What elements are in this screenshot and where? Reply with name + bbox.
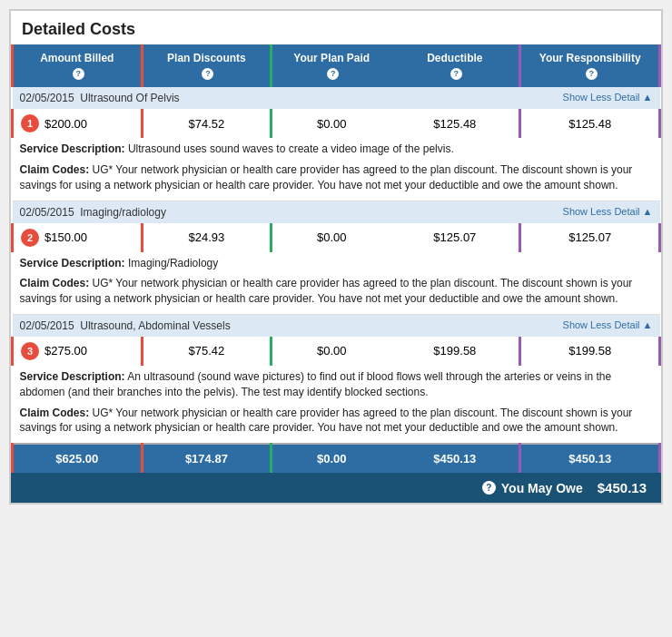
deductible-cell: $125.48 [390, 109, 520, 138]
row-badge: 3 [21, 342, 39, 360]
service-desc-text: Service Description: Imaging/Radiology [13, 252, 660, 275]
your-responsibility-help-icon[interactable]: ? [586, 68, 598, 80]
deductible-cell: $199.58 [390, 337, 520, 366]
total-deductible: $450.13 [390, 444, 520, 473]
row-badge: 1 [21, 114, 39, 132]
plan-discounts-help-icon[interactable]: ? [202, 68, 213, 80]
service-desc-row: Service Description: An ultrasound (soun… [13, 366, 660, 404]
your-plan-paid-cell: $0.00 [272, 337, 391, 366]
header-your-plan-paid: Your Plan Paid ? [272, 44, 391, 87]
plan-discounts-cell: $24.93 [142, 223, 272, 252]
totals-row: $625.00 $174.87 $0.00 $450.13 $450.13 [13, 444, 660, 473]
data-row: 2 $150.00 $24.93 $0.00 $125.07 $125.07 [13, 223, 660, 252]
your-plan-paid-cell: $0.00 [272, 223, 391, 252]
show-detail-link[interactable]: Show Less Detail [563, 92, 653, 103]
data-row: 3 $275.00 $75.42 $0.00 $199.58 $199.58 [13, 337, 660, 366]
amount-billed-help-icon[interactable]: ? [73, 68, 84, 80]
main-container: Detailed Costs Amount Billed ? Plan Disc… [9, 9, 663, 505]
claim-codes-row: Claim Codes: UG* Your network physician … [13, 161, 660, 201]
owe-label: ? You May Owe [482, 481, 583, 495]
date-label: 02/05/2015 Ultrasound Of Pelvis [20, 92, 180, 104]
amount-billed-cell: 3 $275.00 [13, 337, 143, 366]
your-plan-paid-cell: $0.00 [272, 109, 391, 138]
row-badge: 2 [21, 229, 39, 247]
claim-codes-text: Claim Codes: UG* Your network physician … [13, 161, 660, 201]
header-plan-discounts: Plan Discounts ? [142, 44, 272, 87]
deductible-help-icon[interactable]: ? [450, 68, 462, 80]
data-row: 1 $200.00 $74.52 $0.00 $125.48 $125.48 [13, 109, 660, 138]
you-may-owe-bar: ? You May Owe $450.13 [11, 473, 661, 503]
total-your-plan-paid: $0.00 [272, 444, 391, 473]
show-detail-link[interactable]: Show Less Detail [563, 206, 653, 217]
amount-billed-value: $150.00 [44, 230, 87, 244]
total-amount-billed: $625.00 [13, 444, 143, 473]
date-row: 02/05/2015 Imaging/radiology Show Less D… [13, 201, 660, 223]
date-label: 02/05/2015 Ultrasound, Abdominal Vessels [20, 319, 231, 332]
service-desc-row: Service Description: Ultrasound uses sou… [13, 138, 660, 161]
date-label: 02/05/2015 Imaging/radiology [20, 206, 166, 219]
total-your-responsibility: $450.13 [520, 444, 660, 473]
owe-amount: $450.13 [598, 480, 647, 495]
claim-codes-text: Claim Codes: UG* Your network physician … [13, 274, 660, 314]
claim-codes-row: Claim Codes: UG* Your network physician … [13, 404, 660, 445]
date-row: 02/05/2015 Ultrasound, Abdominal Vessels… [13, 315, 660, 337]
service-desc-text: Service Description: Ultrasound uses sou… [13, 138, 660, 161]
plan-discounts-cell: $75.42 [142, 337, 272, 366]
service-desc-row: Service Description: Imaging/Radiology [13, 252, 660, 275]
table-header-row: Amount Billed ? Plan Discounts ? Your Pl… [13, 44, 660, 87]
date-row: 02/05/2015 Ultrasound Of Pelvis Show Les… [13, 87, 660, 109]
total-plan-discounts: $174.87 [142, 444, 272, 473]
deductible-cell: $125.07 [390, 223, 520, 252]
header-amount-billed: Amount Billed ? [13, 44, 143, 87]
date-service-cell: 02/05/2015 Imaging/radiology Show Less D… [13, 201, 660, 223]
date-service-cell: 02/05/2015 Ultrasound Of Pelvis Show Les… [13, 87, 660, 109]
costs-table: Amount Billed ? Plan Discounts ? Your Pl… [11, 44, 661, 473]
amount-billed-cell: 1 $200.00 [13, 109, 143, 138]
claim-codes-text: Claim Codes: UG* Your network physician … [13, 404, 660, 445]
header-your-responsibility: Your Responsibility ? [520, 44, 660, 87]
your-responsibility-cell: $199.58 [520, 337, 660, 366]
amount-billed-value: $200.00 [44, 117, 87, 131]
claim-codes-row: Claim Codes: UG* Your network physician … [13, 274, 660, 314]
plan-discounts-cell: $74.52 [142, 109, 272, 138]
date-service-cell: 02/05/2015 Ultrasound, Abdominal Vessels… [13, 315, 660, 337]
your-responsibility-cell: $125.48 [520, 109, 660, 138]
header-deductible: Deductible ? [390, 44, 520, 87]
service-desc-text: Service Description: An ultrasound (soun… [13, 366, 660, 404]
amount-billed-value: $275.00 [44, 344, 87, 358]
your-responsibility-cell: $125.07 [520, 223, 660, 252]
owe-help-icon[interactable]: ? [482, 481, 496, 495]
show-detail-link[interactable]: Show Less Detail [563, 319, 653, 330]
page-title: Detailed Costs [11, 11, 661, 44]
amount-billed-cell: 2 $150.00 [13, 223, 143, 252]
your-plan-paid-help-icon[interactable]: ? [327, 68, 339, 80]
